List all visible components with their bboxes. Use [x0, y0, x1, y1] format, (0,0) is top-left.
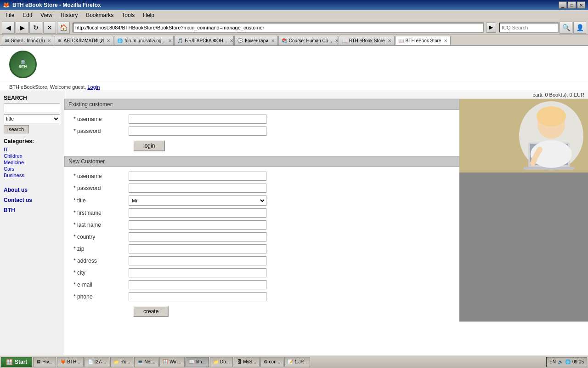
go-button[interactable]: ▶ — [486, 23, 496, 33]
tab-close-bulgarska[interactable]: ✕ — [230, 38, 233, 43]
category-children[interactable]: Children — [4, 153, 60, 159]
bth-link[interactable]: BTH — [4, 205, 60, 215]
cart-info: carti: 0 Book(s), 0 EUR — [533, 92, 584, 98]
tab-avtoklimatici[interactable]: ❄ АВТОКЛИМАТИЦИ ✕ — [55, 36, 113, 45]
about-us-link[interactable]: About us — [4, 185, 60, 195]
new-lastname-input[interactable] — [129, 220, 266, 230]
profile-button[interactable]: 👤 — [573, 22, 586, 34]
new-email-label: e-mail — [74, 282, 129, 288]
login-password-input[interactable] — [129, 126, 266, 136]
new-customer-form: username password title Mr Mrs — [64, 167, 459, 322]
tab-forum[interactable]: 🌐 forum.uni-sofia.bg... ✕ — [114, 36, 174, 45]
tab-close-bth2[interactable]: ✕ — [444, 38, 447, 43]
login-password-row: password — [74, 126, 450, 136]
browser-icon: 🦊 — [3, 2, 10, 8]
menu-tools[interactable]: Tools — [118, 11, 138, 19]
login-button[interactable]: login — [133, 140, 165, 151]
existing-customer-form: username password login — [64, 110, 459, 156]
tab-icon: ❄ — [58, 38, 62, 43]
minimize-button[interactable]: _ — [559, 1, 567, 9]
browser-search-input[interactable] — [499, 23, 559, 33]
promo-image — [459, 99, 588, 172]
menu-history[interactable]: History — [57, 11, 81, 19]
new-country-input[interactable] — [129, 232, 266, 242]
new-username-input[interactable] — [129, 172, 266, 181]
promo-svg — [459, 99, 588, 172]
site-logo: 🏛️ BTH — [9, 51, 37, 78]
page-header: 🏛️ BTH — [0, 46, 588, 83]
new-city-input[interactable] — [129, 268, 266, 277]
new-address-input[interactable] — [129, 256, 266, 265]
tab-close-avtoklimatici[interactable]: ✕ — [107, 38, 110, 43]
search-button[interactable]: search — [4, 125, 29, 133]
tab-icon: 📚 — [282, 38, 287, 43]
menu-bookmarks[interactable]: Bookmarks — [82, 11, 117, 19]
new-password-row: password — [74, 184, 450, 193]
tab-close-bth1[interactable]: ✕ — [388, 38, 391, 43]
new-phone-label: phone — [74, 293, 129, 300]
address-bar[interactable]: http://localhost:8084/BTHBookStore/BookS… — [73, 23, 484, 33]
categories-label: Categories: — [4, 138, 60, 144]
close-button[interactable]: ✕ — [577, 1, 585, 9]
tab-bulgarska[interactable]: 🎵 БЪЛГАРСКА ФОН... ✕ — [174, 36, 234, 45]
tab-bth1[interactable]: 📖 BTH eBook Store ✕ — [339, 36, 395, 45]
new-phone-row: phone — [74, 292, 450, 301]
tab-gmail[interactable]: ✉ Gmail - Inbox (6) ✕ — [2, 36, 54, 45]
maximize-button[interactable]: □ — [568, 1, 576, 9]
content-area: carti: 0 Book(s), 0 EUR Existing custome… — [64, 91, 588, 355]
new-zip-label: zip — [74, 246, 129, 252]
category-cars[interactable]: Cars — [4, 166, 60, 172]
new-lastname-row: last name — [74, 220, 450, 230]
search-label: SEARCH — [4, 95, 60, 101]
forward-button[interactable]: ▶ — [16, 22, 28, 34]
new-zip-input[interactable] — [129, 244, 266, 253]
login-username-input[interactable] — [129, 115, 266, 124]
tab-close-forum[interactable]: ✕ — [168, 38, 172, 43]
login-link[interactable]: Login — [87, 84, 100, 90]
browser-content: 🏛️ BTH BTH eBookStore, Welcome guest, Lo… — [0, 46, 588, 355]
create-button[interactable]: create — [133, 306, 169, 317]
new-password-input[interactable] — [129, 184, 266, 193]
search-category-select[interactable]: title — [4, 114, 60, 123]
menu-view[interactable]: View — [37, 11, 56, 19]
tab-course[interactable]: 📚 Course: Human Co... ✕ — [278, 36, 338, 45]
search-section: SEARCH title search — [4, 95, 60, 133]
category-business[interactable]: Business — [4, 172, 60, 178]
menu-edit[interactable]: Edit — [19, 11, 36, 19]
stop-button[interactable]: ✕ — [43, 22, 56, 34]
back-button[interactable]: ◀ — [2, 22, 15, 34]
new-username-row: username — [74, 172, 450, 181]
category-medicine[interactable]: Medicine — [4, 159, 60, 166]
tab-close-gmail[interactable]: ✕ — [47, 38, 51, 43]
new-email-row: e-mail — [74, 280, 450, 289]
browser-search-button[interactable]: 🔍 — [560, 22, 572, 34]
new-city-label: city — [74, 270, 129, 276]
home-button[interactable]: 🏠 — [57, 22, 70, 34]
menu-help[interactable]: Help — [139, 11, 158, 19]
tab-close-course[interactable]: ✕ — [335, 38, 338, 43]
menu-file[interactable]: File — [2, 11, 18, 19]
svg-point-3 — [537, 106, 566, 126]
new-title-label: title — [74, 197, 129, 204]
new-phone-input[interactable] — [129, 292, 266, 301]
tab-close-komentari[interactable]: ✕ — [271, 38, 275, 43]
new-email-input[interactable] — [129, 280, 266, 289]
tab-icon: 🎵 — [177, 38, 183, 43]
reload-button[interactable]: ↻ — [29, 22, 42, 34]
contact-us-link[interactable]: Contact us — [4, 195, 60, 205]
content-with-image: Existing customer: username password log… — [64, 99, 588, 322]
sidebar-search-input[interactable] — [4, 103, 60, 112]
forms-container: Existing customer: username password log… — [64, 99, 459, 322]
window-title: BTH eBook Store - Mozilla Firefox — [12, 2, 101, 8]
new-title-select[interactable]: Mr Mrs Ms Dr — [129, 196, 266, 206]
new-address-row: address — [74, 256, 450, 265]
new-firstname-input[interactable] — [129, 208, 266, 218]
tab-komentari[interactable]: 💬 Коментари ✕ — [234, 36, 278, 45]
sidebar: SEARCH title search Categories: IT Child… — [0, 91, 64, 355]
new-country-label: country — [74, 234, 129, 240]
cart-bar: carti: 0 Book(s), 0 EUR — [64, 91, 588, 99]
new-lastname-label: last name — [74, 222, 129, 228]
category-it[interactable]: IT — [4, 146, 60, 153]
tab-bth2[interactable]: 📖 BTH eBook Store ✕ — [395, 36, 451, 45]
login-username-row: username — [74, 115, 450, 124]
